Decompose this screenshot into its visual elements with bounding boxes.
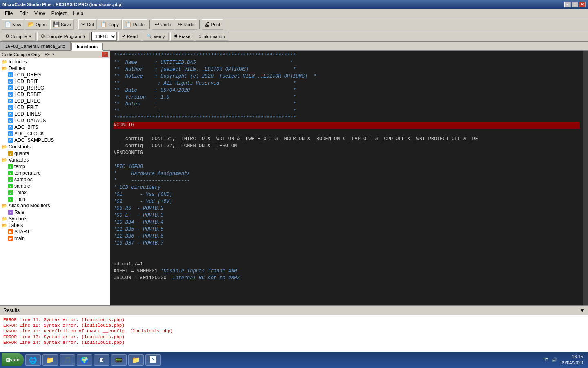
folder-icon: 📁: [2, 216, 7, 222]
open-button[interactable]: 📂 Open: [25, 19, 49, 30]
explorer-header: Code Compile Only - F9 ▼ ×: [0, 51, 110, 58]
compile-mode-dropdown[interactable]: Code Compile Only - F9: [2, 52, 50, 57]
tree-tmax[interactable]: v Tmax: [0, 189, 110, 196]
tree-rele[interactable]: a Rele: [0, 209, 110, 215]
tree-lcd-lines[interactable]: D LCD_LINES: [0, 111, 110, 117]
tree-defines[interactable]: 📂 Defines: [0, 65, 110, 72]
menu-bar: File Edit View Project Help: [0, 9, 588, 18]
tree-main[interactable]: ▶ main: [0, 235, 110, 242]
tree-lcd-dbit[interactable]: D LCD_DBIT: [0, 78, 110, 85]
tree-adc-bits[interactable]: D ADC_BITS: [0, 124, 110, 130]
define-icon: D: [8, 118, 13, 123]
tree-lcd-rsreg[interactable]: D LCD_RSREG: [0, 85, 110, 91]
alias-icon: a: [8, 210, 13, 215]
undo-button[interactable]: ↩ Undo: [152, 19, 174, 30]
compile-program-button[interactable]: ⚙ Compile Program ▼: [37, 32, 90, 41]
print-button[interactable]: 🖨 Print: [202, 19, 223, 30]
tree-lcd-ereg[interactable]: D LCD_EREG: [0, 98, 110, 104]
tree-lcd-ebit[interactable]: D LCD_EBIT: [0, 104, 110, 111]
compile-button[interactable]: ⚙ Compile ▼: [2, 32, 36, 41]
var-icon: v: [8, 197, 13, 202]
tree-samples[interactable]: v samples: [0, 176, 110, 183]
taskbar-calc[interactable]: 🖩: [94, 354, 109, 366]
maximize-button[interactable]: □: [572, 2, 578, 7]
chip-select[interactable]: 16F88: [91, 32, 117, 41]
results-header: Results ▼: [0, 306, 588, 315]
error-line-3: ERROR Line 13: Redefiniiton of LABEL __c…: [3, 328, 585, 334]
tree-labels[interactable]: 📂 Labels: [0, 222, 110, 229]
taskbar-files[interactable]: 📁: [128, 354, 144, 366]
code-editor[interactable]: '***************************************…: [110, 51, 583, 305]
taskbar-date: 09/04/2020: [561, 360, 583, 366]
new-button[interactable]: 📄 New: [2, 19, 24, 30]
chevron-down-icon: ▼: [51, 52, 55, 56]
title-bar-controls: – □ ✕: [564, 2, 586, 7]
tab-file2[interactable]: louislouis: [71, 43, 103, 51]
taskbar-right: IT 🔊 16:15 09/04/2020: [544, 354, 586, 366]
code-editor-area: '***************************************…: [110, 51, 583, 305]
verify-button[interactable]: 🔍 Verify: [143, 32, 169, 41]
copy-button[interactable]: 📋 Copy: [98, 19, 122, 30]
chrome-icon: 🌍: [80, 356, 89, 364]
tree-temp[interactable]: v temp: [0, 163, 110, 170]
label-icon: ▶: [8, 229, 13, 234]
device-icon: 📟: [115, 356, 123, 364]
tree-lcd-dataus[interactable]: D LCD_DATAUS: [0, 117, 110, 124]
taskbar-chrome[interactable]: 🌍: [77, 354, 92, 366]
explorer-close-button[interactable]: ×: [102, 52, 108, 57]
new-icon: 📄: [4, 21, 11, 27]
information-button[interactable]: ℹ Information: [196, 32, 228, 41]
define-icon: D: [8, 72, 13, 77]
define-icon: D: [8, 99, 13, 103]
code-container: '***************************************…: [110, 51, 588, 305]
menu-file[interactable]: File: [2, 10, 16, 17]
minimize-button[interactable]: –: [564, 2, 571, 7]
tree-constants[interactable]: 📂 Constants: [0, 144, 110, 150]
tree-alias[interactable]: 📂 Alias and Modifiers: [0, 202, 110, 209]
const-icon: c: [8, 151, 13, 156]
tree-quanta[interactable]: c quanta: [0, 150, 110, 157]
taskbar-time: 16:15: [561, 354, 583, 360]
code-scrollbar[interactable]: [583, 51, 588, 305]
tree-includes[interactable]: 📁 Includes: [0, 58, 110, 65]
tree-lcd-rsbit[interactable]: D LCD_RSBIT: [0, 91, 110, 98]
save-button[interactable]: 💾 Save: [50, 19, 74, 30]
menu-help[interactable]: Help: [70, 10, 87, 17]
taskbar: ⊞ start 🌐 📁 🎵 🌍 🖩 📟 📁 🅼 IT 🔊 16:15 09/04…: [0, 352, 588, 368]
close-button[interactable]: ✕: [579, 2, 586, 7]
tree-temperature[interactable]: v temperature: [0, 170, 110, 176]
paste-button[interactable]: 📋 Paste: [122, 19, 147, 30]
taskbar-explorer[interactable]: 📁: [42, 354, 58, 366]
tree-symbols[interactable]: 📁 Symbols: [0, 215, 110, 222]
open-icon: 📂: [28, 21, 34, 27]
menu-edit[interactable]: Edit: [16, 10, 31, 17]
label-icon: ▶: [8, 236, 13, 241]
start-button[interactable]: ⊞ start: [2, 353, 24, 366]
tab-file1[interactable]: 16F88_CameraClimatica_Sito: [0, 42, 71, 50]
define-icon: D: [8, 79, 13, 84]
taskbar-ie[interactable]: 🌐: [25, 354, 41, 366]
results-collapse-icon[interactable]: ▼: [580, 307, 585, 313]
taskbar-app[interactable]: 🅼: [145, 354, 161, 366]
app-icon: 🅼: [149, 356, 157, 364]
tree-adc-clock[interactable]: D ADC_CLOCK: [0, 130, 110, 137]
taskbar-media[interactable]: 🎵: [60, 354, 75, 366]
read-button[interactable]: ✔ Read: [118, 32, 141, 41]
folder-open-icon: 📂: [2, 223, 7, 228]
tree-variables[interactable]: 📂 Variables: [0, 157, 110, 163]
tree-sample[interactable]: v sample: [0, 183, 110, 189]
tree-tmin[interactable]: v Tmin: [0, 196, 110, 202]
tree-lcd-dreg[interactable]: D LCD_DREG: [0, 72, 110, 78]
folder-icon: 📁: [2, 59, 7, 65]
redo-button[interactable]: ↪ Redo: [175, 19, 197, 30]
menu-project[interactable]: Project: [48, 10, 70, 17]
tree-adc-sampleus[interactable]: D ADC_SAMPLEUS: [0, 137, 110, 144]
files-icon: 📁: [132, 356, 140, 364]
taskbar-device[interactable]: 📟: [111, 354, 127, 366]
erase-button[interactable]: ✖ Erase: [170, 32, 194, 41]
tree-start[interactable]: ▶ START: [0, 229, 110, 235]
cut-button[interactable]: ✂ Cut: [78, 19, 97, 30]
print-icon: 🖨: [205, 21, 210, 27]
menu-view[interactable]: View: [31, 10, 48, 17]
media-icon: 🎵: [63, 356, 71, 364]
